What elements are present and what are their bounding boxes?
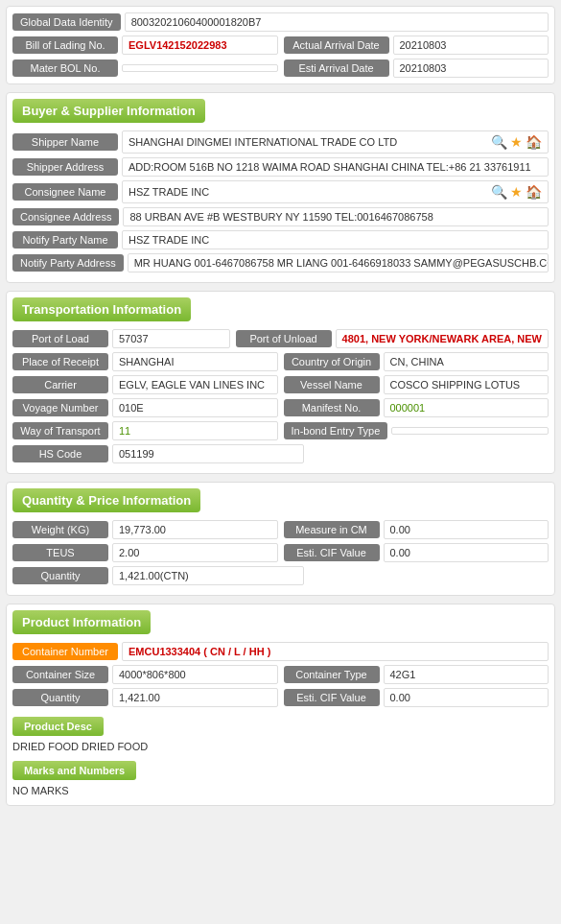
esti-arrival-value: 20210803: [393, 59, 549, 78]
shipper-name-value: SHANGHAI DINGMEI INTERNATIONAL TRADE CO …: [129, 136, 485, 148]
search-icon[interactable]: 🔍: [491, 184, 507, 200]
product-quantity-label: Quantity: [12, 689, 108, 706]
container-size-row: Container Size 4000*806*800 Container Ty…: [12, 665, 549, 684]
actual-arrival-col: Actual Arrival Date 20210803: [284, 36, 549, 55]
product-quantity-row: Quantity 1,421.00 Esti. CIF Value 0.00: [12, 688, 549, 707]
consignee-address-label: Consignee Address: [12, 208, 119, 225]
mater-bol-label: Mater BOL No.: [12, 59, 118, 77]
notify-party-address-label: Notify Party Address: [12, 254, 124, 272]
marks-and-numbers-button[interactable]: Marks and Numbers: [12, 761, 136, 780]
shipper-name-icons: 🔍 ★ 🏠: [491, 134, 542, 150]
weight-label: Weight (KG): [12, 521, 108, 538]
quantity-price-section: Quantity & Price Information Weight (KG)…: [6, 482, 555, 596]
hs-code-label: HS Code: [12, 445, 108, 462]
product-header: Product Information: [12, 610, 151, 634]
global-data-row: Global Data Identity 8003202106040000182…: [12, 12, 549, 32]
shipper-address-value: ADD:ROOM 516B NO 1218 WAIMA ROAD SHANGHA…: [129, 161, 542, 173]
bol-col: Bill of Lading No. EGLV142152022983: [12, 36, 278, 55]
hs-code-value: 051199: [112, 444, 304, 463]
voyage-row: Voyage Number 010E Manifest No. 000001: [12, 398, 549, 417]
measure-value: 0.00: [384, 520, 549, 539]
shipper-address-row: Shipper Address ADD:ROOM 516B NO 1218 WA…: [12, 157, 549, 177]
shipper-name-label: Shipper Name: [12, 133, 118, 151]
container-type-col: Container Type 42G1: [284, 665, 549, 684]
container-size-value: 4000*806*800: [112, 665, 278, 684]
mater-bol-row: Mater BOL No. Esti Arrival Date 20210803: [12, 59, 549, 78]
port-load-label: Port of Load: [12, 330, 108, 347]
notify-party-name-field: HSZ TRADE INC: [122, 230, 549, 249]
port-unload-label: Port of Unload: [236, 330, 332, 347]
measure-col: Measure in CM 0.00: [284, 520, 549, 539]
notify-party-name-value: HSZ TRADE INC: [129, 234, 542, 246]
shipper-address-label: Shipper Address: [12, 158, 118, 176]
carrier-value: EGLV, EAGLE VAN LINES INC: [112, 375, 278, 394]
product-esti-cif-col: Esti. CIF Value 0.00: [284, 688, 549, 707]
consignee-address-value: 88 URBAN AVE #B WESTBURY NY 11590 TEL:00…: [129, 211, 542, 223]
actual-arrival-label: Actual Arrival Date: [284, 36, 389, 54]
notify-party-address-value: MR HUANG 001-6467086758 MR LIANG 001-646…: [134, 257, 549, 269]
star-icon[interactable]: ★: [510, 134, 523, 150]
manifest-label: Manifest No.: [284, 399, 380, 416]
product-quantity-value: 1,421.00: [112, 688, 278, 707]
bol-value: EGLV142152022983: [122, 36, 278, 55]
teus-value: 2.00: [112, 543, 278, 562]
search-icon[interactable]: 🔍: [491, 134, 507, 150]
shipper-address-field: ADD:ROOM 516B NO 1218 WAIMA ROAD SHANGHA…: [122, 157, 549, 177]
transport-col: Way of Transport 11: [12, 421, 278, 440]
container-number-row: Container Number EMCU1333404 ( CN / L / …: [12, 642, 549, 661]
port-load-col: Port of Load 57037: [12, 329, 230, 348]
home-icon[interactable]: 🏠: [526, 184, 542, 200]
carrier-row: Carrier EGLV, EAGLE VAN LINES INC Vessel…: [12, 375, 549, 394]
esti-cif-col: Esti. CIF Value 0.00: [284, 543, 549, 562]
weight-col: Weight (KG) 19,773.00: [12, 520, 278, 539]
product-esti-cif-label: Esti. CIF Value: [284, 689, 380, 706]
manifest-col: Manifest No. 000001: [284, 398, 549, 417]
actual-arrival-value: 20210803: [393, 36, 549, 55]
quantity-row: Quantity 1,421.00(CTN): [12, 566, 549, 585]
consignee-address-field: 88 URBAN AVE #B WESTBURY NY 11590 TEL:00…: [123, 207, 549, 226]
marks-text: NO MARKS: [12, 782, 549, 799]
esti-cif-value: 0.00: [384, 543, 549, 562]
transport-label: Way of Transport: [12, 422, 108, 439]
mater-bol-col: Mater BOL No.: [12, 59, 278, 78]
global-data-section: Global Data Identity 8003202106040000182…: [6, 6, 555, 84]
consignee-address-row: Consignee Address 88 URBAN AVE #B WESTBU…: [12, 207, 549, 226]
home-icon[interactable]: 🏠: [526, 134, 542, 150]
receipt-value: SHANGHAI: [112, 352, 278, 371]
consignee-name-field: HSZ TRADE INC 🔍 ★ 🏠: [122, 180, 549, 203]
teus-col: TEUS 2.00: [12, 543, 278, 562]
notify-party-address-field: MR HUANG 001-6467086758 MR LIANG 001-646…: [128, 253, 549, 272]
hs-code-row: HS Code 051199: [12, 444, 549, 463]
shipper-name-field: SHANGHAI DINGMEI INTERNATIONAL TRADE CO …: [122, 130, 549, 154]
port-load-value: 57037: [112, 329, 230, 348]
notify-party-name-label: Notify Party Name: [12, 231, 118, 249]
port-unload-value: 4801, NEW YORK/NEWARK AREA, NEW: [336, 329, 549, 348]
star-icon[interactable]: ★: [510, 184, 523, 200]
bol-label: Bill of Lading No.: [12, 36, 118, 54]
receipt-col: Place of Receipt SHANGHAI: [12, 352, 278, 371]
consignee-name-value: HSZ TRADE INC: [129, 186, 485, 198]
product-desc-text: DRIED FOOD DRIED FOOD: [12, 738, 549, 755]
container-number-label: Container Number: [12, 643, 118, 660]
carrier-label: Carrier: [12, 376, 108, 393]
notify-party-address-row: Notify Party Address MR HUANG 001-646708…: [12, 253, 549, 272]
transport-row: Way of Transport 11 In-bond Entry Type: [12, 421, 549, 440]
in-bond-label: In-bond Entry Type: [284, 422, 388, 439]
vessel-name-col: Vessel Name COSCO SHIPPING LOTUS: [284, 375, 549, 394]
quantity-label: Quantity: [12, 567, 108, 584]
vessel-name-value: COSCO SHIPPING LOTUS: [384, 375, 549, 394]
notify-party-name-row: Notify Party Name HSZ TRADE INC: [12, 230, 549, 249]
buyer-supplier-header: Buyer & Supplier Information: [12, 99, 205, 123]
teus-label: TEUS: [12, 544, 108, 561]
product-quantity-col: Quantity 1,421.00: [12, 688, 278, 707]
page-wrapper: Global Data Identity 8003202106040000182…: [0, 0, 561, 819]
in-bond-col: In-bond Entry Type: [284, 421, 549, 440]
transport-value: 11: [112, 421, 278, 440]
port-unload-col: Port of Unload 4801, NEW YORK/NEWARK ARE…: [236, 329, 549, 348]
esti-arrival-col: Esti Arrival Date 20210803: [284, 59, 549, 78]
consignee-name-row: Consignee Name HSZ TRADE INC 🔍 ★ 🏠: [12, 180, 549, 203]
manifest-value: 000001: [384, 398, 549, 417]
transportation-header: Transportation Information: [12, 297, 191, 321]
product-desc-button[interactable]: Product Desc: [12, 717, 104, 736]
voyage-label: Voyage Number: [12, 399, 108, 416]
